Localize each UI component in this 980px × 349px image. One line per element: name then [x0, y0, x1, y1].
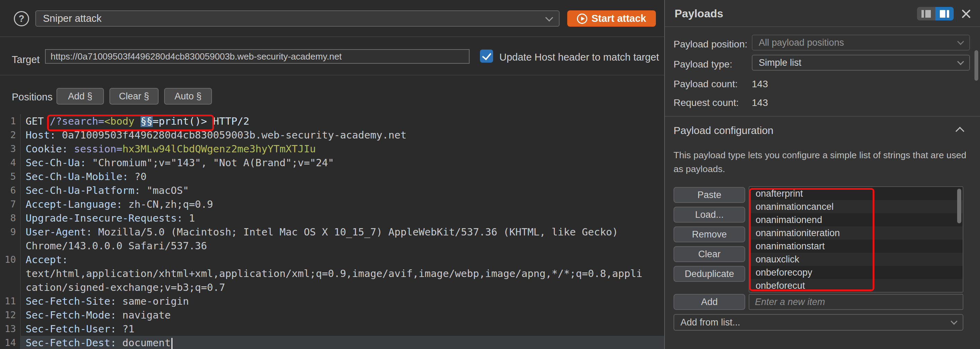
positions-toolbar: Positions Add § Clear § Auto §: [0, 76, 664, 114]
update-host-label: Update Host header to match target: [500, 52, 659, 63]
payload-list-item[interactable]: onauxclick: [749, 253, 963, 266]
target-label: Target: [12, 54, 40, 65]
request-line-wrap: text/html,application/xhtml+xml,applicat…: [0, 267, 664, 281]
payloads-header: Payloads: [665, 0, 980, 27]
request-line-wrap: cation/signed-exchange;v=b3;q=0.7: [0, 281, 664, 294]
payload-list-item[interactable]: onbeforecopy: [749, 266, 963, 279]
request-line: 8 Upgrade-Insecure-Requests: 1: [0, 211, 664, 225]
chevron-down-icon: [957, 58, 964, 65]
target-row: Target Update Host header to match targe…: [0, 38, 664, 76]
positions-label: Positions: [12, 91, 52, 103]
help-icon[interactable]: ?: [14, 11, 29, 26]
payload-configuration-description: This payload type lets you configure a s…: [673, 148, 970, 176]
request-line: 11 Sec-Fetch-Site: same-origin: [0, 294, 664, 308]
request-line: 9 User-Agent: Mozilla/5.0 (Macintosh; In…: [0, 225, 664, 239]
request-line-wrap: Chrome/143.0.0.0 Safari/537.36: [0, 239, 664, 253]
play-icon: [577, 14, 587, 24]
add-from-list-select[interactable]: Add from list...: [673, 314, 963, 331]
request-line: 5 Sec-Ch-Ua-Mobile: ?0: [0, 170, 664, 184]
attack-type-value: Sniper attack: [43, 13, 102, 24]
payload-list-item[interactable]: onanimationend: [749, 213, 963, 227]
payload-count-value: 143: [752, 79, 768, 90]
list-scrollbar-thumb[interactable]: [957, 189, 961, 223]
attack-type-select[interactable]: Sniper attack: [35, 10, 560, 27]
chevron-up-icon[interactable]: [955, 127, 964, 135]
attack-config-panel: ? Sniper attack Start attack Target Upda…: [0, 0, 664, 349]
request-line: 10 Accept:: [0, 253, 664, 267]
payload-count-label: Payload count:: [673, 79, 738, 90]
paste-button[interactable]: Paste: [673, 187, 745, 203]
request-line: 7 Accept-Language: zh-CN,zh;q=0.9: [0, 197, 664, 211]
request-line: 2 Host: 0a71009503f4496280d4cb830059003b…: [0, 128, 664, 142]
layout-left-icon[interactable]: [917, 7, 935, 21]
payload-position-value: All payload positions: [759, 37, 844, 48]
payload-list[interactable]: onafterprint onanimationcancel onanimati…: [749, 186, 963, 293]
start-attack-button[interactable]: Start attack: [567, 10, 656, 27]
payload-type-select[interactable]: Simple list: [752, 55, 970, 71]
payloads-title: Payloads: [675, 7, 724, 20]
request-count-label: Request count:: [673, 97, 739, 108]
request-count-value: 143: [752, 97, 768, 108]
payload-list-item[interactable]: onanimationiteration: [749, 227, 963, 240]
payload-list-item[interactable]: onanimationcancel: [749, 200, 963, 213]
start-attack-label: Start attack: [592, 13, 646, 24]
request-line-current: 14 Sec-Fetch-Dest: document: [0, 336, 664, 349]
add-button[interactable]: Add: [673, 294, 745, 310]
text-cursor: [172, 338, 172, 349]
panel-scrollbar-thumb[interactable]: [974, 50, 978, 81]
deduplicate-button[interactable]: Deduplicate: [673, 266, 745, 282]
payload-position-label: Payload position:: [673, 39, 747, 50]
add-from-list-label: Add from list...: [681, 317, 740, 328]
panel-layout-toggle: [917, 7, 954, 21]
remove-button[interactable]: Remove: [673, 227, 745, 243]
payload-type-value: Simple list: [759, 57, 801, 68]
payload-list-item[interactable]: onanimationstart: [749, 240, 963, 253]
request-line: 1 GET /?search=<body §§=print()> HTTP/2: [0, 114, 664, 128]
attack-topbar: ? Sniper attack Start attack: [0, 0, 664, 37]
layout-right-icon[interactable]: [935, 7, 954, 21]
payload-list-item[interactable]: onbeforecut: [749, 279, 963, 292]
request-line: 4 Sec-Ch-Ua: "Chromium";v="143", "Not A(…: [0, 156, 664, 170]
auto-position-button[interactable]: Auto §: [164, 88, 212, 105]
payload-configuration-title: Payload configuration: [673, 125, 773, 136]
request-editor[interactable]: 1 GET /?search=<body §§=print()> HTTP/2 …: [0, 114, 664, 349]
request-line: 13 Sec-Fetch-User: ?1: [0, 322, 664, 336]
target-url-input[interactable]: [45, 49, 469, 64]
payload-position-marker: §§: [141, 115, 153, 127]
payloads-panel: Payloads Payload position: All payload p…: [664, 0, 980, 349]
clear-position-button[interactable]: Clear §: [110, 88, 159, 105]
request-line: 3 Cookie: session=hx3MLw94lCbdQWgenz2me3…: [0, 142, 664, 156]
chevron-down-icon: [957, 38, 964, 45]
payload-list-item[interactable]: onafterprint: [749, 187, 963, 200]
chevron-down-icon: [546, 14, 554, 21]
payload-position-select[interactable]: All payload positions: [752, 35, 970, 51]
divider: [665, 116, 980, 117]
burp-intruder-window: ? Sniper attack Start attack Target Upda…: [0, 0, 980, 349]
close-icon[interactable]: [960, 8, 971, 19]
new-item-input[interactable]: [749, 294, 963, 310]
load-button[interactable]: Load...: [673, 207, 745, 223]
add-position-button[interactable]: Add §: [56, 88, 104, 105]
request-line: 12 Sec-Fetch-Mode: navigate: [0, 308, 664, 322]
update-host-checkbox[interactable]: [480, 49, 493, 63]
clear-button[interactable]: Clear: [673, 246, 745, 262]
payload-type-label: Payload type:: [673, 59, 732, 70]
chevron-down-icon: [951, 318, 958, 325]
request-line: 6 Sec-Ch-Ua-Platform: "macOS": [0, 184, 664, 197]
